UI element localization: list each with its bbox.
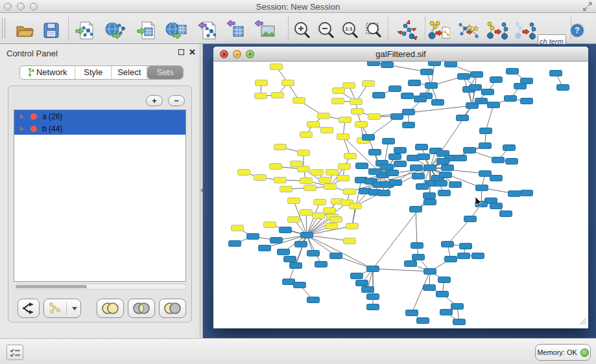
graph-node[interactable] [270,164,282,170]
graph-node[interactable] [339,164,351,170]
graph-node[interactable] [460,244,472,249]
set-row-b[interactable]: b (44) [14,122,185,135]
graph-node[interactable] [282,80,294,86]
graph-node[interactable] [278,249,290,255]
graph-node[interactable] [288,217,300,223]
graph-node[interactable] [472,253,484,259]
graph-node[interactable] [274,144,287,150]
graph-node[interactable] [412,255,425,260]
export-table-icon[interactable] [226,20,246,43]
graph-node[interactable] [307,251,320,256]
set-row-a[interactable]: a (26) [14,110,185,122]
tab-network[interactable]: Network [20,66,75,79]
graph-node[interactable] [363,81,375,87]
import-table-file-icon[interactable] [136,20,157,43]
graph-node[interactable] [409,80,421,86]
graph-node[interactable] [412,174,425,179]
graph-node[interactable] [367,294,379,300]
graph-node[interactable] [424,199,436,205]
graph-node[interactable] [304,185,316,191]
graph-node[interactable] [394,148,407,154]
graph-node[interactable] [440,310,453,315]
graph-node[interactable] [464,216,477,222]
graph-node[interactable] [256,80,268,86]
graph-node[interactable] [507,69,519,74]
network-canvas[interactable] [214,62,588,326]
graph-node[interactable] [368,114,381,120]
graph-node[interactable] [326,223,338,229]
graph-node[interactable] [458,253,470,259]
graph-node[interactable] [326,170,339,176]
graph-node[interactable] [378,190,390,196]
graph-node[interactable] [350,99,363,105]
graph-node[interactable] [247,234,259,240]
graph-node[interactable] [368,62,380,66]
graph-node[interactable] [321,128,333,133]
graph-node[interactable] [381,165,394,170]
graph-node[interactable] [350,203,362,209]
graph-node[interactable] [410,207,422,212]
graph-node[interactable] [280,227,292,233]
graph-node[interactable] [425,83,438,89]
graph-node[interactable] [391,114,403,120]
graph-node[interactable] [449,182,462,188]
graph-node[interactable] [403,122,415,128]
expand-caret-icon[interactable] [20,126,24,131]
tab-style[interactable]: Style [75,66,112,79]
graph-node[interactable] [480,128,492,134]
graph-node[interactable] [315,262,328,267]
venn-intersection-button[interactable] [128,299,155,318]
graph-node[interactable] [438,190,451,196]
graph-node[interactable] [442,165,454,171]
expand-caret-icon[interactable] [20,114,24,119]
graph-node[interactable] [330,217,342,223]
graph-node[interactable] [389,86,401,92]
graph-node[interactable] [490,77,503,83]
first-neighbors-icon[interactable] [457,19,480,44]
graph-node[interactable] [381,62,394,68]
dropdown-caret-icon[interactable] [72,307,77,310]
graph-node[interactable] [432,100,444,106]
graph-node[interactable] [521,98,533,104]
graph-node[interactable] [300,132,313,138]
export-network-icon[interactable] [197,20,218,43]
sets-list[interactable]: a (26) b (44) [14,109,186,282]
graph-node[interactable] [479,171,492,177]
graph-node[interactable] [476,185,488,191]
graph-node[interactable] [457,115,469,121]
graph-node[interactable] [307,122,320,128]
graph-node[interactable] [288,198,300,204]
graph-node[interactable] [403,109,415,115]
export-image-icon[interactable] [254,20,276,43]
graph-node[interactable] [423,193,436,199]
graph-node[interactable] [229,241,241,247]
graph-node[interactable] [283,279,295,285]
graph-node[interactable] [458,74,470,80]
graph-node[interactable] [373,93,385,98]
graph-node[interactable] [362,287,374,293]
zoom-in-icon[interactable] [292,21,312,43]
graph-node[interactable] [254,175,267,181]
graph-node[interactable] [339,117,352,123]
create-set-from-selection-button[interactable] [43,299,81,318]
graph-node[interactable] [367,304,379,310]
graph-node[interactable] [330,253,342,259]
close-panel-icon[interactable]: ✕ [189,47,196,57]
graph-node[interactable] [464,148,476,154]
graph-node[interactable] [423,285,436,291]
graph-node[interactable] [367,266,379,272]
graph-node[interactable] [270,64,283,70]
graph-node[interactable] [414,97,427,102]
graph-node[interactable] [500,211,512,217]
resize-grip[interactable] [578,317,586,324]
graph-node[interactable] [293,98,305,104]
graph-node[interactable] [337,134,350,140]
import-network-web-icon[interactable] [105,20,127,43]
graph-node[interactable] [232,225,244,231]
network-window-titlebar[interactable]: ✕ – + galFiltered.sif [213,47,588,62]
graph-node[interactable] [344,238,356,244]
graph-node[interactable] [424,165,436,171]
zoom-fit-icon[interactable] [364,21,384,43]
graph-node[interactable] [352,109,364,115]
graph-node[interactable] [440,172,452,178]
